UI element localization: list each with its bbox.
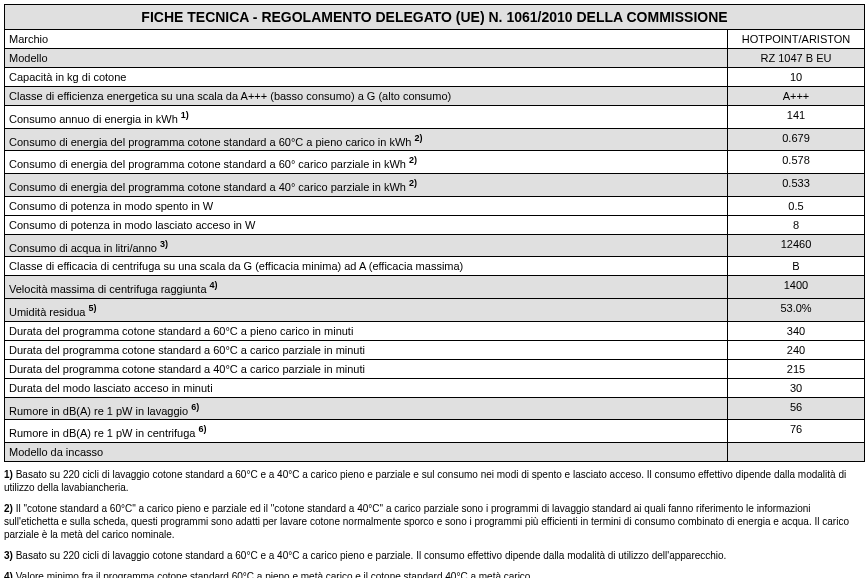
table-row: Consumo di potenza in modo lasciato acce… bbox=[5, 216, 864, 235]
row-value: 0.679 bbox=[728, 129, 864, 151]
table-row: Modello da incasso bbox=[5, 443, 864, 461]
table-row: Rumore in dB(A) re 1 pW in centrifuga 6)… bbox=[5, 420, 864, 443]
row-value: B bbox=[728, 257, 864, 275]
row-label: Consumo di potenza in modo spento in W bbox=[5, 197, 728, 215]
footnote: 2) Il "cotone standard a 60°C" a carico … bbox=[4, 502, 863, 541]
row-label: Consumo di energia del programma cotone … bbox=[5, 129, 728, 151]
footnote-ref: 3) bbox=[160, 239, 168, 249]
row-value: 56 bbox=[728, 398, 864, 420]
table-row: Consumo di energia del programma cotone … bbox=[5, 129, 864, 152]
row-value: 30 bbox=[728, 379, 864, 397]
footnote: 4) Valore minimo fra il programma cotone… bbox=[4, 570, 863, 578]
footnote-ref: 6) bbox=[191, 402, 199, 412]
row-label: Consumo di potenza in modo lasciato acce… bbox=[5, 216, 728, 234]
row-value: A+++ bbox=[728, 87, 864, 105]
row-label: Marchio bbox=[5, 30, 728, 48]
table-row: Velocità massima di centrifuga raggiunta… bbox=[5, 276, 864, 299]
footnote-number: 4) bbox=[4, 571, 13, 578]
footnote-ref: 2) bbox=[409, 155, 417, 165]
table-row: Classe di efficienza energetica su una s… bbox=[5, 87, 864, 106]
table-body: MarchioHOTPOINT/ARISTONModelloRZ 1047 B … bbox=[5, 30, 864, 461]
row-label: Consumo di energia del programma cotone … bbox=[5, 174, 728, 196]
footnote-text: Basato su 220 cicli di lavaggio cotone s… bbox=[4, 469, 846, 493]
row-value: 53.0% bbox=[728, 299, 864, 321]
row-label: Rumore in dB(A) re 1 pW in lavaggio 6) bbox=[5, 398, 728, 420]
table-row: Consumo annuo di energia in kWh 1)141 bbox=[5, 106, 864, 129]
footnote: 3) Basato su 220 cicli di lavaggio coton… bbox=[4, 549, 863, 562]
row-value: 0.5 bbox=[728, 197, 864, 215]
footnote-ref: 4) bbox=[210, 280, 218, 290]
footnote-ref: 6) bbox=[199, 424, 207, 434]
row-label: Consumo annuo di energia in kWh 1) bbox=[5, 106, 728, 128]
footnote-ref: 5) bbox=[88, 303, 96, 313]
row-value: 12460 bbox=[728, 235, 864, 257]
spec-table: FICHE TECNICA - REGOLAMENTO DELEGATO (UE… bbox=[4, 4, 865, 462]
row-value: 76 bbox=[728, 420, 864, 442]
footnote-number: 1) bbox=[4, 469, 13, 480]
footnote-text: Valore minimo fra il programma cotone st… bbox=[13, 571, 533, 578]
table-row: Consumo di energia del programma cotone … bbox=[5, 174, 864, 197]
row-value: 1400 bbox=[728, 276, 864, 298]
row-value: HOTPOINT/ARISTON bbox=[728, 30, 864, 48]
table-row: Durata del programma cotone standard a 6… bbox=[5, 322, 864, 341]
footnote-ref: 1) bbox=[181, 110, 189, 120]
row-label: Capacità in kg di cotone bbox=[5, 68, 728, 86]
footnotes: 1) Basato su 220 cicli di lavaggio coton… bbox=[4, 468, 863, 578]
row-value: 10 bbox=[728, 68, 864, 86]
row-label: Durata del programma cotone standard a 6… bbox=[5, 341, 728, 359]
row-label: Classe di efficacia di centrifuga su una… bbox=[5, 257, 728, 275]
row-label: Consumo di energia del programma cotone … bbox=[5, 151, 728, 173]
footnote-ref: 2) bbox=[415, 133, 423, 143]
row-value: 8 bbox=[728, 216, 864, 234]
row-value: RZ 1047 B EU bbox=[728, 49, 864, 67]
row-label: Velocità massima di centrifuga raggiunta… bbox=[5, 276, 728, 298]
table-row: Consumo di potenza in modo spento in W0.… bbox=[5, 197, 864, 216]
footnote-ref: 2) bbox=[409, 178, 417, 188]
table-row: Durata del modo lasciato acceso in minut… bbox=[5, 379, 864, 398]
row-label: Modello bbox=[5, 49, 728, 67]
row-label: Durata del programma cotone standard a 6… bbox=[5, 322, 728, 340]
table-row: ModelloRZ 1047 B EU bbox=[5, 49, 864, 68]
row-label: Durata del programma cotone standard a 4… bbox=[5, 360, 728, 378]
table-row: Consumo di acqua in litri/anno 3)12460 bbox=[5, 235, 864, 258]
table-row: Durata del programma cotone standard a 4… bbox=[5, 360, 864, 379]
row-value bbox=[728, 443, 864, 461]
row-label: Consumo di acqua in litri/anno 3) bbox=[5, 235, 728, 257]
footnote: 1) Basato su 220 cicli di lavaggio coton… bbox=[4, 468, 863, 494]
row-value: 340 bbox=[728, 322, 864, 340]
table-row: Consumo di energia del programma cotone … bbox=[5, 151, 864, 174]
row-value: 215 bbox=[728, 360, 864, 378]
table-title: FICHE TECNICA - REGOLAMENTO DELEGATO (UE… bbox=[5, 5, 864, 30]
table-row: Classe di efficacia di centrifuga su una… bbox=[5, 257, 864, 276]
row-value: 141 bbox=[728, 106, 864, 128]
table-row: Capacità in kg di cotone10 bbox=[5, 68, 864, 87]
footnote-text: Basato su 220 cicli di lavaggio cotone s… bbox=[13, 550, 727, 561]
table-row: MarchioHOTPOINT/ARISTON bbox=[5, 30, 864, 49]
table-row: Umidità residua 5)53.0% bbox=[5, 299, 864, 322]
row-value: 0.533 bbox=[728, 174, 864, 196]
row-label: Classe di efficienza energetica su una s… bbox=[5, 87, 728, 105]
row-label: Umidità residua 5) bbox=[5, 299, 728, 321]
footnote-number: 2) bbox=[4, 503, 13, 514]
row-label: Modello da incasso bbox=[5, 443, 728, 461]
row-label: Durata del modo lasciato acceso in minut… bbox=[5, 379, 728, 397]
table-row: Durata del programma cotone standard a 6… bbox=[5, 341, 864, 360]
row-label: Rumore in dB(A) re 1 pW in centrifuga 6) bbox=[5, 420, 728, 442]
footnote-text: Il "cotone standard a 60°C" a carico pie… bbox=[4, 503, 849, 540]
footnote-number: 3) bbox=[4, 550, 13, 561]
row-value: 0.578 bbox=[728, 151, 864, 173]
table-row: Rumore in dB(A) re 1 pW in lavaggio 6)56 bbox=[5, 398, 864, 421]
row-value: 240 bbox=[728, 341, 864, 359]
